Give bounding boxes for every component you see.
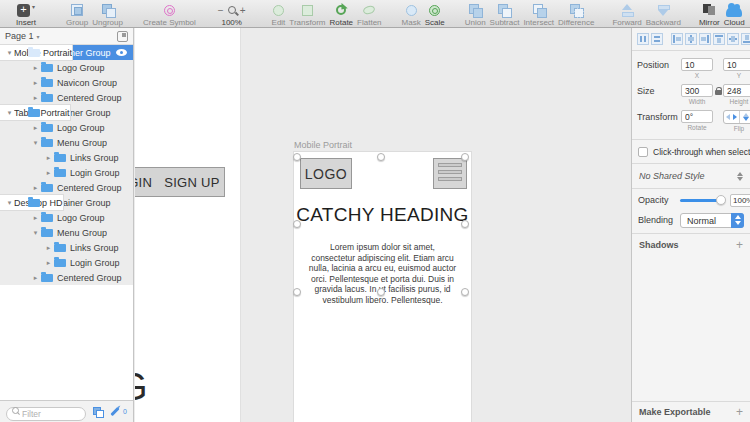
- selection-handle-top-mid[interactable]: [377, 153, 385, 161]
- layer-group-login-group[interactable]: ▸Login Group: [0, 255, 133, 270]
- hamburger-menu-icon[interactable]: [433, 158, 467, 189]
- collapse-arrow-icon[interactable]: ▾: [5, 199, 14, 207]
- toolbar-insert-button[interactable]: ▾Insert: [16, 0, 36, 27]
- position-x-input[interactable]: [681, 58, 713, 71]
- flip-horizontal-button[interactable]: [724, 111, 739, 123]
- align-left-icon[interactable]: [671, 33, 683, 45]
- toolbar-group-button[interactable]: Group: [66, 0, 88, 27]
- layer-group-logo-group[interactable]: ▸Logo Group: [0, 60, 133, 75]
- canvas[interactable]: LOGIN SIGN UP G Mobile Portrait LOGO CAT…: [135, 28, 631, 422]
- shared-style-stepper-icon[interactable]: [737, 172, 743, 181]
- catchy-heading-text[interactable]: CATCHY HEADING: [294, 204, 471, 226]
- add-export-icon[interactable]: +: [736, 405, 743, 419]
- toolbar-edit-button[interactable]: Edit: [272, 0, 286, 27]
- expand-arrow-icon[interactable]: ▸: [44, 259, 53, 267]
- click-through-checkbox[interactable]: [638, 147, 648, 157]
- opacity-slider-knob[interactable]: [716, 195, 726, 205]
- eye-icon[interactable]: [116, 49, 127, 56]
- toolbar-mask-button[interactable]: Mask: [402, 0, 421, 27]
- pencil-icon[interactable]: [110, 407, 119, 416]
- expand-arrow-icon[interactable]: ▸: [31, 214, 40, 222]
- distribute-vertical-icon[interactable]: [651, 33, 663, 45]
- page-name[interactable]: Page 1: [5, 31, 34, 41]
- toolbar-create-symbol-button[interactable]: Create Symbol: [143, 0, 196, 27]
- lock-ratio-icon[interactable]: [715, 90, 722, 95]
- toolbar-scale-button[interactable]: Scale: [425, 0, 445, 27]
- rotate-input[interactable]: [681, 110, 713, 123]
- toolbar-zoom-button[interactable]: −+100%: [214, 0, 250, 27]
- login-signup-box[interactable]: LOGIN SIGN UP: [135, 167, 225, 197]
- layer-group-centered-group[interactable]: ▸Centered Group: [0, 270, 133, 285]
- collapse-arrow-icon[interactable]: ▾: [5, 49, 14, 57]
- logo-box[interactable]: LOGO: [300, 158, 352, 189]
- collapse-arrow-icon[interactable]: ▾: [5, 109, 14, 117]
- page-header[interactable]: Page 1 ▾: [0, 28, 133, 45]
- toolbar-rotate-button[interactable]: Rotate: [330, 0, 354, 27]
- make-exportable-row[interactable]: Make Exportable +: [632, 402, 750, 422]
- layer-group-links-group[interactable]: ▸Links Group: [0, 150, 133, 165]
- layer-group-menu-group[interactable]: ▾Menu Group: [0, 135, 133, 150]
- expand-arrow-icon[interactable]: ▸: [31, 94, 40, 102]
- zoom-out-button[interactable]: −: [214, 5, 228, 16]
- layer-group-centered-group[interactable]: ▸Centered Group: [0, 180, 133, 195]
- layer-group-centered-group[interactable]: ▸Centered Group: [0, 90, 133, 105]
- toolbar-cloud-button[interactable]: Cloud: [724, 0, 745, 27]
- expand-arrow-icon[interactable]: ▸: [44, 154, 53, 162]
- align-bottom-icon[interactable]: [741, 33, 750, 45]
- add-shadow-icon[interactable]: +: [736, 238, 743, 252]
- expand-arrow-icon[interactable]: ▸: [44, 169, 53, 177]
- align-right-icon[interactable]: [699, 33, 711, 45]
- selection-handle-bottom-left[interactable]: [293, 288, 301, 296]
- size-height-input[interactable]: [723, 84, 750, 97]
- layer-group-links-group[interactable]: ▸Links Group: [0, 240, 133, 255]
- shared-style-value[interactable]: No Shared Style: [639, 171, 737, 181]
- toolbar-transform-button[interactable]: Transform: [289, 0, 325, 27]
- mobile-artboard[interactable]: LOGO CATCHY HEADING Lorem ipsum dolor si…: [294, 152, 471, 422]
- shadows-section-header[interactable]: Shadows +: [632, 234, 750, 255]
- expand-arrow-icon[interactable]: ▸: [31, 79, 40, 87]
- expand-arrow-icon[interactable]: ▸: [44, 244, 53, 252]
- mobile-artboard-label[interactable]: Mobile Portrait: [294, 140, 352, 150]
- toolbar-backward-button[interactable]: Backward: [646, 0, 681, 27]
- selection-handle-mid-right[interactable]: [461, 220, 469, 228]
- position-y-input[interactable]: [723, 58, 750, 71]
- layer-group-logo-group[interactable]: ▸Logo Group: [0, 210, 133, 225]
- expand-arrow-icon[interactable]: ▸: [31, 124, 40, 132]
- toolbar-subtract-button[interactable]: Subtract: [490, 0, 520, 27]
- expand-arrow-icon[interactable]: ▸: [31, 64, 40, 72]
- align-middle-icon[interactable]: [727, 33, 739, 45]
- toolbar-flatten-button[interactable]: Flatten: [357, 0, 381, 27]
- size-width-input[interactable]: [681, 84, 713, 97]
- layer-group-logo-group[interactable]: ▸Logo Group: [0, 120, 133, 135]
- collapse-arrow-icon[interactable]: ▾: [31, 139, 40, 147]
- toolbar-mirror-button[interactable]: Mirror: [699, 0, 720, 27]
- layer-group-menu-group[interactable]: ▾Menu Group: [0, 225, 133, 240]
- selection-handle-top-left[interactable]: [293, 153, 301, 161]
- selection-handle-mid-left[interactable]: [293, 220, 301, 228]
- distribute-horizontal-icon[interactable]: [637, 33, 649, 45]
- toolbar-ungroup-button[interactable]: Ungroup: [92, 0, 123, 27]
- signup-link[interactable]: SIGN UP: [164, 175, 220, 190]
- selection-handle-bottom-right[interactable]: [461, 288, 469, 296]
- page-list-icon[interactable]: [117, 31, 128, 42]
- selection-handle-bottom-mid[interactable]: [377, 288, 385, 296]
- toolbar-intersect-button[interactable]: Intersect: [523, 0, 554, 27]
- pages-icon[interactable]: [93, 407, 103, 417]
- blending-dropdown[interactable]: Normal: [680, 213, 744, 228]
- expand-arrow-icon[interactable]: ▸: [31, 274, 40, 282]
- opacity-slider[interactable]: [680, 199, 724, 202]
- toolbar-forward-button[interactable]: Forward: [612, 0, 641, 27]
- tablet-artboard[interactable]: LOGIN SIGN UP G: [135, 28, 241, 422]
- filter-input[interactable]: [6, 407, 86, 421]
- layer-group-login-group[interactable]: ▸Login Group: [0, 165, 133, 180]
- shared-style-row[interactable]: No Shared Style: [632, 164, 750, 188]
- login-link[interactable]: LOGIN: [135, 175, 152, 190]
- selection-handle-top-right[interactable]: [461, 153, 469, 161]
- align-center-icon[interactable]: [685, 33, 697, 45]
- flip-vertical-button[interactable]: [739, 111, 750, 123]
- expand-arrow-icon[interactable]: ▸: [31, 184, 40, 192]
- layer-group-navicon-group[interactable]: ▸Navicon Group: [0, 75, 133, 90]
- toolbar-union-button[interactable]: Union: [465, 0, 486, 27]
- collapse-arrow-icon[interactable]: ▾: [31, 229, 40, 237]
- opacity-input[interactable]: [730, 194, 750, 207]
